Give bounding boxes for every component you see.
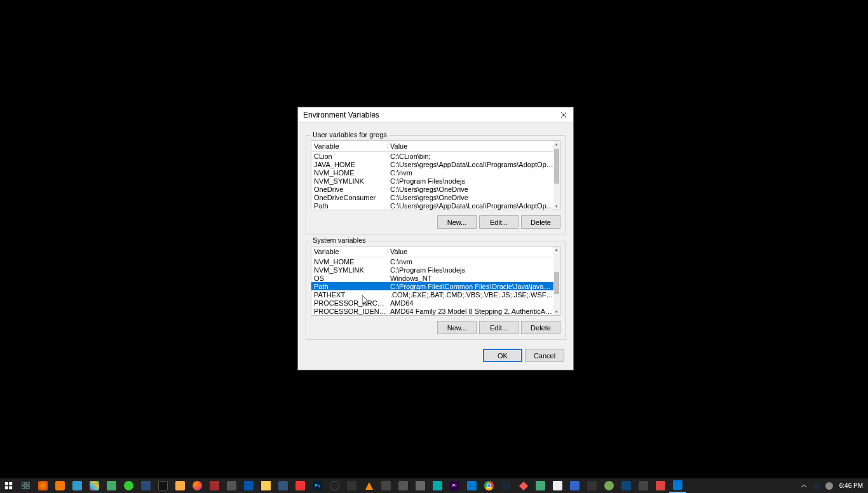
ok-button[interactable]: OK [483, 349, 522, 362]
taskbar-app-12[interactable] [343, 478, 360, 493]
table-row[interactable]: PROCESSOR_IDENTIFIERAMD64 Family 23 Mode… [311, 307, 553, 315]
taskbar-app-6[interactable] [172, 478, 189, 493]
tray-steam-icon[interactable] [810, 478, 823, 493]
var-name: PROCESSOR_ARCHITECTURE [311, 299, 388, 307]
svg-rect-6 [22, 486, 25, 489]
var-name: OS [311, 274, 388, 282]
taskbar-app-8[interactable] [223, 478, 240, 493]
taskbar-app-17[interactable] [515, 478, 532, 493]
var-name: OneDriveConsumer [311, 194, 388, 201]
system-tray: 6:46 PM [797, 478, 868, 493]
table-row[interactable]: NVM_HOMEC:\nvm [311, 168, 553, 177]
taskbar-app-22[interactable] [600, 478, 618, 493]
table-row[interactable]: OSWindows_NT [311, 274, 553, 282]
taskbar-app-photoshop[interactable]: Ps [309, 478, 326, 493]
tray-overflow-icon[interactable] [797, 478, 810, 493]
table-row[interactable]: PROCESSOR_ARCHITECTUREAMD64 [311, 299, 553, 307]
taskbar-app-firefox[interactable] [189, 478, 206, 493]
user-variables-list[interactable]: Variable Value CLionC:\CLion\bin;JAVA_HO… [311, 140, 560, 210]
taskbar-app-10[interactable] [275, 478, 292, 493]
taskbar-app-23[interactable] [618, 478, 635, 493]
start-button[interactable] [0, 478, 17, 493]
taskbar-app-explorer[interactable] [257, 478, 275, 493]
taskbar-app-vlc[interactable] [360, 478, 377, 493]
tray-app-icon[interactable] [823, 478, 836, 493]
taskbar-app-3[interactable] [103, 478, 120, 493]
user-button-row: New... Edit... Delete [311, 215, 560, 229]
var-name: OneDrive [311, 186, 388, 193]
taskbar-app-5[interactable] [154, 478, 172, 493]
clock[interactable]: 6:46 PM [836, 482, 867, 489]
taskbar-app-7[interactable] [206, 478, 223, 493]
user-new-button[interactable]: New... [437, 215, 477, 229]
close-button[interactable] [554, 107, 573, 123]
var-value: C:\nvm [388, 169, 553, 177]
environment-variables-dialog: Environment Variables User variables for… [297, 107, 574, 370]
var-name: JAVA_HOME [311, 161, 388, 168]
table-row[interactable]: OneDriveConsumerC:\Users\gregs\OneDrive [311, 193, 553, 201]
col-value[interactable]: Value [388, 248, 553, 255]
taskbar-app-premiere[interactable]: Pr [446, 478, 463, 493]
system-new-button[interactable]: New... [437, 321, 477, 334]
cancel-button[interactable]: Cancel [525, 349, 564, 362]
taskbar-app-24[interactable] [635, 478, 652, 493]
taskbar-app-1[interactable] [34, 478, 51, 493]
table-row[interactable]: PATHEXT.COM;.EXE;.BAT;.CMD;.VBS;.VBE;.JS… [311, 290, 553, 299]
table-row[interactable]: PathC:\Users\gregs\AppData\Local\Program… [311, 201, 553, 210]
var-value: C:\Users\gregs\OneDrive [388, 194, 553, 201]
taskbar-app-11[interactable] [292, 478, 309, 493]
taskbar-app-20[interactable] [566, 478, 583, 493]
table-row[interactable]: NVM_SYMLINKC:\Program Files\nodejs [311, 177, 553, 185]
user-edit-button[interactable]: Edit... [479, 215, 519, 229]
svg-rect-0 [5, 482, 8, 485]
taskbar-app-9[interactable] [240, 478, 257, 493]
taskbar-app-chrome[interactable] [480, 478, 498, 493]
var-name: NVM_SYMLINK [311, 177, 388, 185]
taskbar-app-25[interactable] [652, 478, 669, 493]
scroll-down-icon[interactable]: ▾ [553, 309, 560, 315]
taskbar-app-obs[interactable] [326, 478, 343, 493]
var-value: C:\Users\gregs\AppData\Local\Programs\Ad… [388, 161, 553, 168]
taskbar-app-14[interactable] [395, 478, 412, 493]
taskview-button[interactable] [17, 478, 34, 493]
table-row[interactable]: NVM_HOMEC:\nvm [311, 257, 553, 266]
taskbar-app-19[interactable] [549, 478, 566, 493]
scrollbar[interactable]: ▴ ▾ [553, 141, 560, 210]
svg-rect-5 [26, 482, 29, 485]
taskbar-app-16[interactable] [429, 478, 446, 493]
taskbar-app-15[interactable] [412, 478, 429, 493]
taskbar-app-messages[interactable] [120, 478, 137, 493]
col-variable[interactable]: Variable [311, 248, 388, 255]
scroll-thumb[interactable] [554, 272, 559, 294]
svg-rect-3 [9, 486, 12, 489]
taskbar-app-blender[interactable] [51, 478, 69, 493]
user-delete-button[interactable]: Delete [521, 215, 560, 229]
taskbar-app-21[interactable] [583, 478, 600, 493]
table-row[interactable]: PathC:\Program Files\Common Files\Oracle… [311, 282, 553, 290]
scroll-down-icon[interactable]: ▾ [553, 203, 560, 210]
table-row[interactable]: NVM_SYMLINKC:\Program Files\nodejs [311, 266, 553, 274]
taskbar-app-13[interactable] [377, 478, 395, 493]
table-row[interactable]: OneDriveC:\Users\gregs\OneDrive [311, 185, 553, 193]
scroll-up-icon[interactable]: ▴ [553, 246, 560, 253]
taskbar-app-2[interactable] [69, 478, 86, 493]
system-edit-button[interactable]: Edit... [479, 321, 519, 334]
table-row[interactable]: JAVA_HOMEC:\Users\gregs\AppData\Local\Pr… [311, 160, 553, 168]
scroll-up-icon[interactable]: ▴ [553, 141, 560, 147]
titlebar: Environment Variables [298, 107, 573, 123]
scrollbar[interactable]: ▴ ▾ [553, 246, 560, 315]
table-row[interactable]: CLionC:\CLion\bin; [311, 152, 553, 160]
col-value[interactable]: Value [388, 142, 553, 150]
system-variables-list[interactable]: Variable Value NVM_HOMEC:\nvmNVM_SYMLINK… [311, 246, 560, 316]
taskbar-app-vscode[interactable] [463, 478, 480, 493]
taskbar-app-settings[interactable] [669, 478, 686, 493]
user-group-label: User variables for gregs [310, 131, 390, 138]
taskbar-app-slack[interactable] [86, 478, 103, 493]
taskbar-app-18[interactable] [532, 478, 549, 493]
col-variable[interactable]: Variable [311, 142, 388, 150]
scroll-thumb[interactable] [554, 149, 559, 184]
system-delete-button[interactable]: Delete [521, 321, 560, 334]
taskbar-app-steam[interactable] [498, 478, 515, 493]
svg-rect-2 [5, 486, 8, 489]
taskbar-app-4[interactable] [137, 478, 154, 493]
